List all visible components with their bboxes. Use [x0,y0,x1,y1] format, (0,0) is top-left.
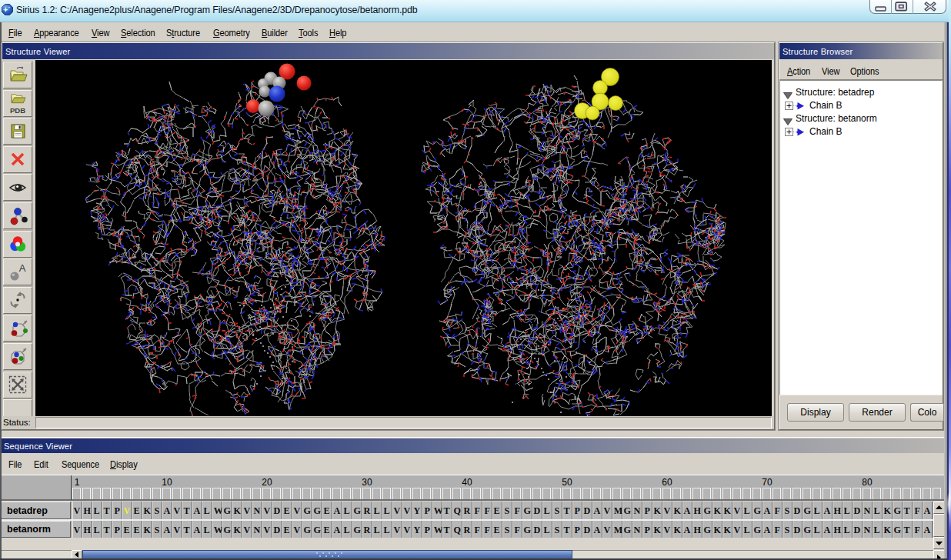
svg-text:A: A [19,262,26,274]
svg-text:PDB: PDB [10,106,25,115]
